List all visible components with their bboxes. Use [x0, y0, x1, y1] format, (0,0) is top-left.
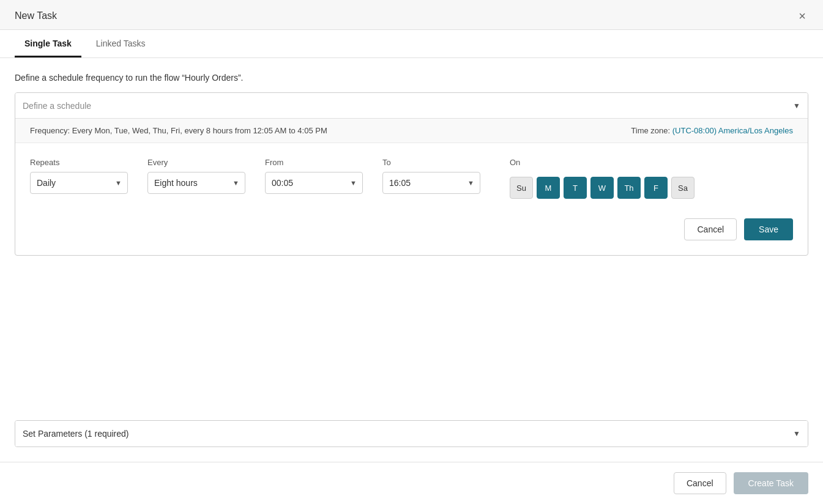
day-button-m[interactable]: M	[537, 177, 560, 199]
tabs-container: Single Task Linked Tasks	[0, 30, 823, 58]
schedule-cancel-button[interactable]: Cancel	[684, 218, 737, 240]
modal-footer: Cancel Create Task	[0, 462, 823, 504]
from-select-wrapper: 00:05 01:00 02:00 ▼	[265, 172, 363, 194]
day-button-th[interactable]: Th	[617, 177, 641, 199]
modal-title: New Task	[15, 10, 57, 21]
day-button-sa[interactable]: Sa	[671, 177, 695, 199]
schedule-header[interactable]: Define a schedule ▼	[15, 93, 808, 119]
every-group: Every Eight hours One hour Two hours Fou…	[147, 158, 245, 194]
schedule-section: Define a schedule ▼ Frequency: Every Mon…	[15, 92, 808, 256]
repeats-select[interactable]: Daily Weekly Monthly	[30, 172, 128, 194]
on-label: On	[510, 158, 793, 167]
to-group: To 16:05 17:00 18:00 ▼	[382, 158, 480, 194]
schedule-placeholder: Define a schedule	[23, 101, 91, 111]
description-text: Define a schedule frequency to run the f…	[15, 73, 808, 83]
params-section: Set Parameters (1 required) ▼	[15, 420, 808, 447]
every-label: Every	[147, 158, 245, 167]
params-chevron-icon: ▼	[793, 429, 800, 438]
chevron-down-icon: ▼	[793, 102, 800, 110]
schedule-actions: Cancel Save	[15, 218, 808, 255]
on-group: On Su M T W Th F Sa	[510, 158, 793, 199]
repeats-label: Repeats	[30, 158, 128, 167]
from-select[interactable]: 00:05 01:00 02:00	[265, 172, 363, 194]
timezone-display: Time zone: (UTC-08:00) America/Los Angel…	[631, 126, 793, 135]
params-header[interactable]: Set Parameters (1 required) ▼	[15, 421, 808, 447]
repeats-select-wrapper: Daily Weekly Monthly ▼	[30, 172, 128, 194]
content-area: Define a schedule frequency to run the f…	[0, 58, 823, 280]
footer-cancel-button[interactable]: Cancel	[674, 472, 726, 494]
schedule-header-right: ▼	[793, 102, 800, 110]
to-select[interactable]: 16:05 17:00 18:00	[382, 172, 480, 194]
every-select-wrapper: Eight hours One hour Two hours Four hour…	[147, 172, 245, 194]
schedule-save-button[interactable]: Save	[744, 218, 793, 240]
controls-row: Repeats Daily Weekly Monthly ▼	[30, 158, 793, 199]
day-button-t[interactable]: T	[564, 177, 587, 199]
tab-single-task[interactable]: Single Task	[15, 30, 81, 57]
to-label: To	[382, 158, 480, 167]
day-button-w[interactable]: W	[590, 177, 614, 199]
day-buttons: Su M T W Th F Sa	[510, 177, 793, 199]
create-task-button[interactable]: Create Task	[734, 472, 808, 494]
day-button-f[interactable]: F	[644, 177, 668, 199]
schedule-controls: Repeats Daily Weekly Monthly ▼	[15, 143, 808, 218]
timezone-label: Time zone:	[631, 126, 670, 135]
from-label: From	[265, 158, 363, 167]
modal-header: New Task ×	[0, 0, 823, 30]
close-button[interactable]: ×	[796, 10, 808, 22]
frequency-bar: Frequency: Every Mon, Tue, Wed, Thu, Fri…	[15, 119, 808, 143]
every-select[interactable]: Eight hours One hour Two hours Four hour…	[147, 172, 245, 194]
spacer	[0, 280, 823, 420]
params-label: Set Parameters (1 required)	[23, 429, 129, 439]
tab-linked-tasks[interactable]: Linked Tasks	[86, 30, 155, 57]
from-group: From 00:05 01:00 02:00 ▼	[265, 158, 363, 194]
modal-body: Single Task Linked Tasks Define a schedu…	[0, 30, 823, 462]
timezone-value[interactable]: (UTC-08:00) America/Los Angeles	[672, 126, 793, 135]
repeats-group: Repeats Daily Weekly Monthly ▼	[30, 158, 128, 194]
to-select-wrapper: 16:05 17:00 18:00 ▼	[382, 172, 480, 194]
frequency-text: Frequency: Every Mon, Tue, Wed, Thu, Fri…	[30, 126, 327, 135]
day-button-su[interactable]: Su	[510, 177, 533, 199]
